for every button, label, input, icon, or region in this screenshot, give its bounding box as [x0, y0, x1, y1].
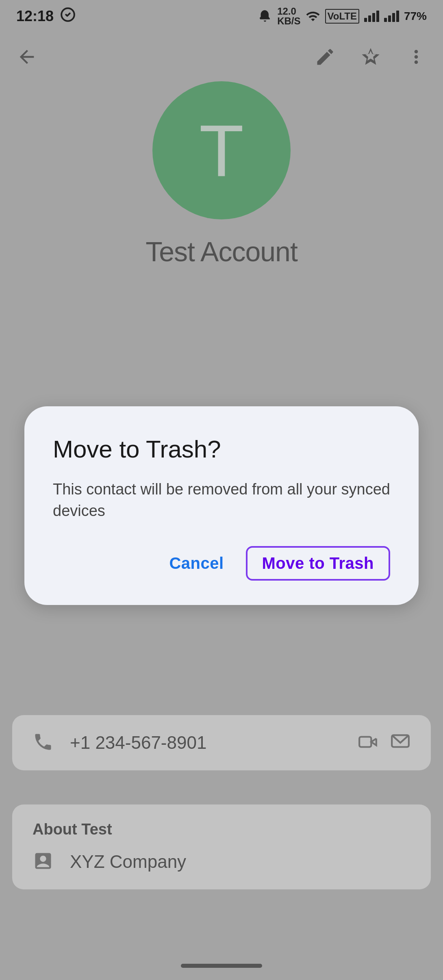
dialog-buttons: Cancel Move to Trash: [53, 546, 390, 581]
status-time: 12:18: [16, 8, 54, 25]
dialog-title: Move to Trash?: [53, 435, 390, 464]
dialog-body: This contact will be removed from all yo…: [53, 479, 390, 522]
battery-level: 77%: [404, 10, 427, 23]
move-to-trash-button[interactable]: Move to Trash: [246, 546, 390, 581]
home-indicator: [181, 964, 262, 968]
signal-icon-2: [384, 11, 399, 22]
move-to-trash-dialog: Move to Trash? This contact will be remo…: [24, 406, 419, 605]
status-right: 12.0KB/S VoLTE 77%: [258, 7, 427, 26]
volte-icon: VoLTE: [325, 9, 359, 24]
signal-icon: [364, 11, 379, 22]
check-icon: [60, 7, 76, 26]
cancel-button[interactable]: Cancel: [159, 548, 233, 579]
status-left: 12:18: [16, 7, 76, 26]
alarm-icon: [258, 9, 272, 24]
wifi-icon: [306, 9, 320, 24]
status-bar: 12:18 12.0KB/S VoLTE: [0, 0, 443, 33]
speed-label: 12.0KB/S: [277, 7, 300, 26]
